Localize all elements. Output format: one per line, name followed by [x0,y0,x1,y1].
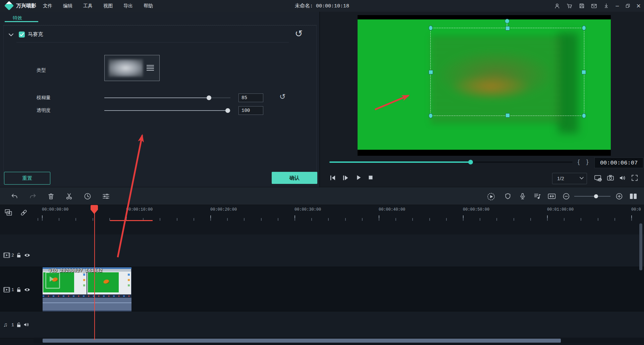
selection-handle-se[interactable] [582,113,586,118]
menu-item[interactable]: 工具 [83,3,93,9]
store-cart-icon[interactable] [566,3,573,9]
lock-icon[interactable] [16,252,21,258]
restore-button[interactable] [625,3,631,9]
zoom-out-button[interactable] [562,192,570,200]
fit-timeline-button[interactable] [547,192,556,200]
menu-bar: 万兴喵影 文件编辑工具视图导出帮助 未命名: 00:00:10:18 − × [0,0,644,12]
ruler-label: 00:01:00:00 [547,207,574,212]
minimize-button[interactable]: − [615,3,619,9]
menu-items: 文件编辑工具视图导出帮助 [43,0,153,12]
record-voiceover-button[interactable] [519,192,527,200]
eye-icon[interactable] [24,287,31,292]
tab-effects[interactable]: 特效 [13,15,22,21]
play-button[interactable] [355,174,362,181]
timeline-ruler[interactable]: 00:00:00:0000:00:10:0000:00:20:0000:00:3… [34,206,644,221]
next-frame-button[interactable] [341,174,350,182]
opacity-input[interactable] [238,106,263,115]
save-icon[interactable] [579,3,585,9]
blur-amount-slider[interactable] [104,97,230,98]
seekbar-fill [329,161,471,163]
mosaic-selection-box[interactable] [430,28,584,116]
volume-icon[interactable] [619,174,627,182]
preview-seekbar[interactable] [329,161,573,163]
selection-handle-e[interactable] [582,70,586,74]
timeline-area: 00:00:00:0000:00:10:0000:00:20:0000:00:3… [0,205,644,345]
lock-icon[interactable] [16,287,21,292]
snapshot-camera-icon[interactable] [606,174,614,182]
timeline-toolbar [0,187,644,205]
mark-out-icon[interactable]: } [586,158,588,165]
speaker-icon[interactable] [23,322,30,327]
stop-button[interactable] [367,174,374,181]
selection-handle-sw[interactable] [429,113,433,118]
timeline-zoom-slider[interactable] [574,196,610,197]
selection-handle-n[interactable] [505,26,510,30]
clip-audio-waveform [43,298,131,312]
mail-icon[interactable] [591,3,597,9]
menu-item[interactable]: 帮助 [144,3,153,9]
display-settings-icon[interactable] [594,174,602,183]
opacity-slider[interactable] [104,110,230,111]
eye-icon[interactable] [24,253,31,258]
opacity-slider-handle[interactable] [225,108,230,113]
lock-icon[interactable] [16,322,21,328]
video-track-2[interactable]: 2 马赛克 [0,234,644,267]
link-clips-button[interactable] [19,208,28,217]
selected-clip-range-bar [110,220,153,221]
selection-handle-ne[interactable] [582,25,586,30]
track-number: 1 [11,323,14,328]
blur-amount-input[interactable] [238,93,263,102]
effect-reset-icon[interactable]: ↺ [295,28,303,39]
delete-button[interactable] [47,192,55,200]
selection-handle-nw[interactable] [429,25,433,30]
add-track-button[interactable] [4,208,13,217]
effect-enabled-checkbox[interactable] [19,31,25,38]
redo-button[interactable] [29,192,37,200]
split-scissors-button[interactable] [65,192,73,200]
video-viewport [358,15,611,156]
mosaic-type-selector[interactable] [104,55,160,81]
selection-handle-s[interactable] [505,113,510,118]
preview-zoom-select[interactable]: 1/2 [552,173,587,184]
vertical-scrollbar-thumb[interactable] [639,223,642,270]
speed-clock-button[interactable] [84,192,92,200]
rotation-handle[interactable] [505,19,509,23]
account-icon[interactable] [554,3,560,9]
timeline-zoom-handle[interactable] [594,194,598,198]
undo-button[interactable] [10,192,18,200]
render-preview-button[interactable] [487,192,495,201]
download-icon[interactable] [603,3,609,9]
menu-item[interactable]: 编辑 [63,3,72,9]
reset-button[interactable]: 重置 [4,172,50,185]
audio-track-1[interactable]: ♫ 1 [0,312,644,338]
blur-amount-slider-handle[interactable] [207,95,211,100]
confirm-button[interactable]: 确认 [272,172,317,184]
menu-item[interactable]: 文件 [43,3,52,9]
window-controls: − × [554,0,641,12]
seekbar-handle[interactable] [468,160,473,164]
horizontal-scrollbar-thumb[interactable] [43,339,561,343]
menu-item[interactable]: 视图 [103,3,113,9]
ruler-label: 00:00:00:00 [42,207,68,212]
adjust-sliders-button[interactable] [102,192,110,200]
slider-fill [104,110,228,111]
horizontal-scrollbar-track[interactable] [34,338,644,344]
close-button[interactable]: × [636,3,641,9]
mark-in-icon[interactable]: { [578,158,580,165]
film-clip-icon [45,272,60,289]
tab-active-underline [5,21,38,22]
panel-layout-button[interactable] [629,192,638,200]
chevron-down-icon [579,177,584,180]
type-list-icon[interactable] [147,65,154,71]
audio-mixer-button[interactable] [533,192,541,200]
previous-frame-button[interactable] [329,174,337,182]
selection-handle-w[interactable] [429,70,433,74]
video-clip[interactable]: VID_20200827_141342 [43,267,131,312]
chevron-down-icon[interactable] [8,33,14,37]
blur-amount-label: 模糊量 [37,95,51,101]
marker-button[interactable] [504,192,512,200]
fullscreen-icon[interactable] [631,174,639,182]
menu-item[interactable]: 导出 [123,3,133,9]
zoom-in-button[interactable] [615,192,623,200]
blur-reset-icon[interactable]: ↺ [279,92,285,101]
